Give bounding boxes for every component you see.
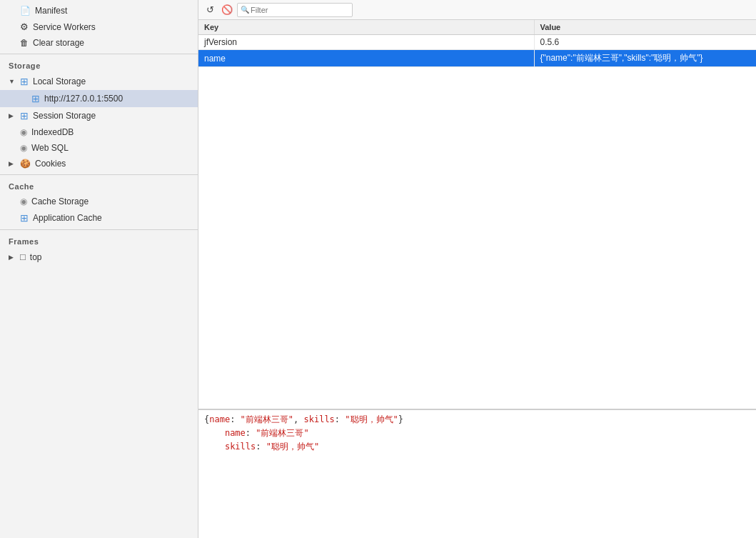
sidebar-item-web-sql[interactable]: Web SQL [0,140,198,156]
preview-name-value: "前端林三哥" [256,428,308,438]
main-content: ↺ 🚫 🔍 Key Value jfVersion0.5.6name{"name… [198,0,756,538]
sidebar-item-cookies[interactable]: Cookies [0,156,198,171]
preview-line-3: skills: "聪明，帅气" [204,440,750,454]
gear-icon [20,21,29,32]
preview-key-skills: skills [304,414,335,424]
cell-key: jfVersion [198,35,534,50]
web-sql-label: Web SQL [31,143,69,153]
sidebar-item-application-cache[interactable]: Application Cache [0,209,198,226]
divider-3 [0,229,198,230]
local-storage-url-label: http://127.0.0.1:5500 [44,94,123,104]
local-storage-icon [20,76,29,87]
session-storage-icon [20,110,29,121]
preview-line-1: {name: "前端林三哥", skills: "聪明，帅气"} [204,413,750,427]
preview-line-2: name: "前端林三哥" [204,427,750,440]
indexeddb-icon [20,127,27,137]
clear-storage-label: Clear storage [33,38,84,48]
cell-value: 0.5.6 [534,35,756,50]
storage-table: Key Value jfVersion0.5.6name{"name":"前端林… [198,20,756,67]
service-workers-label: Service Workers [33,22,96,32]
arrow-session-storage [9,112,16,119]
sidebar-item-top[interactable]: top [0,249,198,265]
frame-icon [20,251,26,262]
arrow-local-storage [9,78,16,85]
preview-skills-label: skills [225,442,256,452]
local-storage-url-icon [31,93,40,104]
top-label: top [30,252,42,262]
arrow-top [9,254,16,261]
table-header-row: Key Value [198,20,756,35]
application-cache-icon [20,212,29,224]
preview-name-label: name [225,428,246,438]
sidebar-item-local-storage-url[interactable]: http://127.0.0.1:5500 [0,90,198,107]
table-row[interactable]: jfVersion0.5.6 [198,35,756,50]
clear-button[interactable]: 🚫 [220,3,234,17]
cell-value: {"name":"前端林三哥","skills":"聪明，帅气"} [534,50,756,67]
cookies-icon [20,159,31,169]
table-row[interactable]: name{"name":"前端林三哥","skills":"聪明，帅气"} [198,50,756,67]
indexeddb-label: IndexedDB [31,127,74,137]
refresh-button[interactable]: ↺ [203,3,217,17]
manifest-icon [20,6,31,16]
session-storage-label: Session Storage [33,111,96,121]
column-key: Key [198,20,534,35]
arrow-cookies [9,160,16,167]
cookies-label: Cookies [35,159,66,169]
sidebar-item-cache-storage[interactable]: Cache Storage [0,194,198,209]
sidebar: Manifest Service Workers Clear storage S… [0,0,198,538]
storage-section-header: Storage [0,57,198,73]
sidebar-item-session-storage[interactable]: Session Storage [0,107,198,124]
cell-key: name [198,50,534,67]
frames-section-header: Frames [0,233,198,249]
cache-section-header: Cache [0,178,198,194]
column-value: Value [534,20,756,35]
preview-skills-value: "聪明，帅气" [266,442,319,452]
local-storage-label: Local Storage [33,76,86,86]
filter-wrapper: 🔍 [237,3,353,17]
table-area: Key Value jfVersion0.5.6name{"name":"前端林… [198,20,756,409]
cache-storage-icon [20,196,27,206]
sidebar-item-local-storage[interactable]: Local Storage [0,73,198,90]
web-sql-icon [20,143,27,153]
sidebar-item-manifest[interactable]: Manifest [0,3,198,19]
cache-storage-label: Cache Storage [31,196,89,206]
trash-icon [20,38,29,48]
application-cache-label: Application Cache [33,213,102,223]
divider-2 [0,174,198,175]
toolbar: ↺ 🚫 🔍 [198,0,756,20]
sidebar-item-indexeddb[interactable]: IndexedDB [0,124,198,140]
sidebar-item-clear-storage[interactable]: Clear storage [0,35,198,51]
divider-1 [0,54,198,54]
preview-key-name: name [209,414,230,424]
manifest-label: Manifest [35,6,67,16]
sidebar-item-service-workers[interactable]: Service Workers [0,19,198,35]
preview-area: {name: "前端林三哥", skills: "聪明，帅气"} name: "… [198,409,756,538]
filter-input[interactable] [237,3,353,17]
